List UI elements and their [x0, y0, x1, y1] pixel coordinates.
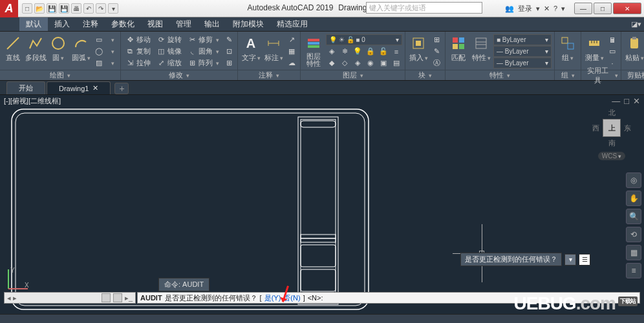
layfrz-icon[interactable]: ❄ — [339, 46, 350, 57]
cmd-recent-icon[interactable] — [102, 293, 111, 302]
measure-button[interactable]: 测量 — [584, 33, 605, 63]
nav-more-icon[interactable]: ≡ — [626, 263, 641, 278]
dynamic-dropdown-icon[interactable]: ▾ — [564, 254, 576, 266]
tab-default[interactable]: 默认 — [19, 17, 48, 31]
dim-button[interactable]: 标注 — [263, 33, 284, 63]
tab-close-icon[interactable]: ✕ — [92, 84, 98, 92]
panel-title-modify[interactable]: 修改 — [121, 70, 237, 80]
ucs-icon[interactable]: YX — [5, 266, 31, 292]
tab-view[interactable]: 视图 — [141, 17, 169, 31]
edit-block-icon[interactable]: ✎ — [431, 46, 442, 57]
create-block-icon[interactable]: ⊞ — [431, 34, 442, 45]
qat-more-icon[interactable]: ▾ — [108, 3, 118, 14]
viewcube[interactable]: 北 西 上 东 南 WCS — [592, 108, 631, 160]
select-icon[interactable]: ▭ — [606, 46, 618, 57]
nav-orbit-icon[interactable]: ⟲ — [626, 227, 641, 242]
polyline-button[interactable]: 多段线 — [25, 33, 46, 63]
qat-open-icon[interactable]: 📂 — [34, 3, 45, 14]
help-search-input[interactable]: 键入关键字或短语 — [366, 2, 482, 14]
stretch-button[interactable]: ⇲拉伸 — [123, 57, 153, 68]
ribbon-expand-icon[interactable]: ◪▾ — [628, 17, 644, 31]
laylck-icon[interactable]: 🔒 — [365, 46, 376, 57]
layiso-icon[interactable]: ◈ — [326, 46, 338, 57]
props-button[interactable]: 匹配 — [448, 33, 469, 63]
viewport-label[interactable]: [-][俯视][二维线框] — [3, 96, 62, 106]
panel-title-group[interactable]: 组 — [555, 70, 581, 80]
panel-title-annot[interactable]: 注释 — [238, 70, 300, 80]
panel-title-props[interactable]: 特性 — [445, 70, 554, 80]
props-button2[interactable]: 特性 — [471, 33, 491, 63]
nav-zoom-icon[interactable]: 🔍 — [626, 209, 641, 224]
copy-button[interactable]: ⧉复制 — [123, 46, 153, 57]
scale-button[interactable]: ⤢缩放 — [155, 57, 184, 68]
tab-manage[interactable]: 管理 — [169, 17, 198, 31]
mod-icon1[interactable]: ✎ — [223, 34, 235, 45]
hatch-icon[interactable]: ▨ — [93, 57, 105, 68]
ellipse-icon[interactable]: ◯ — [93, 46, 105, 57]
paste-button[interactable]: 粘贴 — [624, 33, 644, 63]
dynamic-input-icon[interactable]: ☰ — [579, 254, 590, 266]
lweight-combo[interactable]: — ByLayer▾ — [493, 46, 552, 57]
nav-show-icon[interactable]: ▦ — [626, 245, 641, 260]
rect-icon[interactable]: ▭ — [93, 34, 105, 45]
qat-plot-icon[interactable]: 🖶 — [71, 3, 81, 14]
layoff-icon[interactable]: 💡 — [352, 46, 363, 57]
mirror-button[interactable]: ◫镜像 — [155, 46, 184, 57]
signin-button[interactable]: 登录 — [518, 4, 532, 14]
drawing-canvas[interactable]: [-][俯视][二维线框] — □ ✕ 北 西 上 东 南 — [0, 95, 644, 314]
vp-close-icon[interactable]: ✕ — [633, 96, 640, 106]
layer-combo[interactable]: 💡 ☀ 🔓 ■ 0▾ — [326, 34, 402, 45]
laymch-icon[interactable]: ≡ — [391, 46, 402, 57]
panel-title-draw[interactable]: 绘图 — [0, 70, 120, 80]
new-tab-button[interactable]: + — [114, 83, 129, 94]
insert-button[interactable]: 插入 — [408, 33, 429, 63]
attr-icon[interactable]: Ⓐ — [431, 57, 442, 68]
tab-featured[interactable]: 精选应用 — [270, 17, 314, 31]
cloud-icon[interactable]: ☁ — [286, 57, 297, 68]
qat-new-icon[interactable]: □ — [22, 3, 32, 14]
wcs-label[interactable]: WCS — [598, 152, 625, 160]
qat-undo-icon[interactable]: ↶ — [83, 3, 94, 14]
line-button[interactable]: 直线 — [3, 33, 23, 63]
vp-max-icon[interactable]: □ — [624, 96, 629, 106]
tab-insert[interactable]: 插入 — [48, 17, 76, 31]
panel-title-layer[interactable]: 图层 — [301, 70, 405, 80]
minimize-button[interactable]: — — [574, 3, 592, 14]
layulk-icon[interactable]: 🔓 — [378, 46, 389, 57]
exchange-icon[interactable]: ✕ — [544, 5, 550, 13]
close-button[interactable]: ✕ — [613, 3, 641, 14]
table-icon[interactable]: ▦ — [286, 46, 297, 57]
group-button[interactable]: 组 — [557, 33, 578, 63]
nav-pan-icon[interactable]: ✋ — [626, 191, 641, 206]
layout-tab-icon[interactable]: ◂ ▸ — [7, 294, 17, 302]
color-combo[interactable]: ■ ByLayer▾ — [493, 34, 552, 45]
leader-icon[interactable]: ↗ — [286, 34, 297, 45]
tab-drawing1[interactable]: Drawing1✕ — [47, 81, 111, 94]
help-icon[interactable]: ? — [553, 5, 557, 12]
qat-redo-icon[interactable]: ↷ — [96, 3, 106, 14]
mod-icon3[interactable]: ⊞ — [223, 57, 235, 68]
cmd-expand-icon[interactable] — [113, 293, 122, 302]
infocenter-icon[interactable]: 👥 — [505, 5, 514, 13]
maximize-button[interactable]: □ — [594, 3, 612, 14]
circle-button[interactable]: 圆 — [48, 33, 69, 63]
arc-button[interactable]: 圆弧 — [70, 33, 91, 63]
tab-output[interactable]: 输出 — [198, 17, 226, 31]
tab-addins[interactable]: 附加模块 — [226, 17, 270, 31]
calc-icon[interactable]: 🖩 — [606, 34, 618, 45]
trim-button[interactable]: ✂修剪 — [186, 34, 221, 45]
panel-title-clip[interactable]: 剪贴板 — [621, 70, 644, 80]
panel-title-block[interactable]: 块 — [405, 70, 445, 80]
nav-wheel-icon[interactable]: ◎ — [626, 172, 641, 188]
rotate-button[interactable]: ⟳旋转 — [155, 34, 184, 45]
app-logo-icon[interactable]: A — [0, 0, 18, 17]
tab-start[interactable]: 开始 — [6, 81, 45, 94]
text-button[interactable]: A文字 — [241, 33, 261, 63]
fillet-button[interactable]: ◟圆角 — [186, 46, 221, 57]
ltype-combo[interactable]: — ByLayer▾ — [493, 57, 552, 68]
panel-title-util[interactable]: 实用工具 — [581, 70, 621, 80]
tab-annotate[interactable]: 注释 — [76, 17, 105, 31]
qat-save-icon[interactable]: 💾 — [47, 3, 57, 14]
array-button[interactable]: ⊞阵列 — [186, 57, 221, 68]
mod-icon2[interactable]: ⊡ — [223, 46, 235, 57]
